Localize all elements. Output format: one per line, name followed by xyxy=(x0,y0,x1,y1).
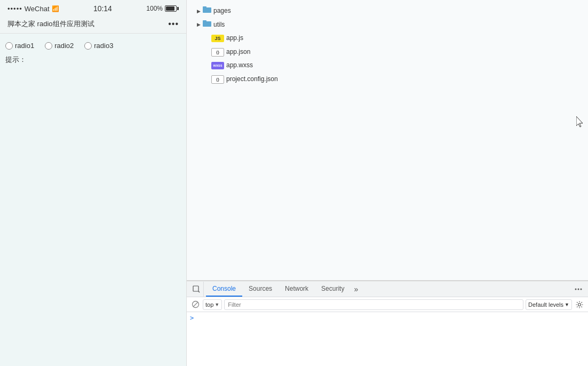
phone-nav-bar: 脚本之家 radio组件应用测试 ••• xyxy=(0,15,186,34)
context-arrow-icon: ▼ xyxy=(214,302,219,307)
radio-label-2: radio2 xyxy=(54,42,74,50)
radio-circle-3[interactable] xyxy=(84,42,92,50)
status-left: ••••• WeChat 📶 xyxy=(7,5,59,13)
console-arrow-icon: > xyxy=(190,314,194,322)
svg-rect-0 xyxy=(203,7,211,13)
context-value: top xyxy=(205,301,213,308)
tab-sources[interactable]: Sources xyxy=(242,281,279,297)
svg-point-11 xyxy=(578,303,581,306)
phone-simulator: ••••• WeChat 📶 10:14 100% 脚本之家 radio组件应用… xyxy=(0,0,187,366)
tree-item-app-wxss[interactable]: ▶ wxss app.wxss xyxy=(187,59,588,73)
tree-item-app-json[interactable]: ▶ {} app.json xyxy=(187,45,588,59)
context-selector[interactable]: top ▼ xyxy=(203,299,222,310)
svg-rect-2 xyxy=(203,21,211,27)
status-time: 10:14 xyxy=(93,4,112,13)
pages-label: pages xyxy=(213,5,231,17)
tree-item-project-config[interactable]: ▶ {} project.config.json xyxy=(187,73,588,86)
radio-circle-2[interactable] xyxy=(45,42,52,50)
wxss-badge: wxss xyxy=(211,62,224,69)
devtools-tabs-bar: Console Sources Network Security » xyxy=(187,281,588,297)
clear-console-button[interactable] xyxy=(190,299,201,310)
radio-label-3: radio3 xyxy=(94,42,113,50)
status-right: 100% xyxy=(146,5,179,12)
tree-item-utils[interactable]: ▶ utils xyxy=(187,18,588,32)
battery-icon xyxy=(165,5,179,12)
pages-folder-icon xyxy=(203,5,211,17)
level-label: Default levels xyxy=(528,301,563,308)
app-json-label: app.json xyxy=(226,46,250,58)
radio-circle-1[interactable] xyxy=(5,42,13,50)
json-badge-1: {} xyxy=(211,48,224,57)
tab-security[interactable]: Security xyxy=(315,281,351,297)
svg-point-8 xyxy=(581,288,582,290)
filter-input[interactable] xyxy=(224,299,523,310)
phone-status-bar: ••••• WeChat 📶 10:14 100% xyxy=(0,0,186,15)
tab-console[interactable]: Console xyxy=(206,281,242,297)
devtools-bottom: Console Sources Network Security » xyxy=(187,281,588,366)
svg-line-5 xyxy=(198,291,200,292)
tab-network[interactable]: Network xyxy=(279,281,315,297)
radio-item-2[interactable]: radio2 xyxy=(45,42,74,50)
radio-item-3[interactable]: radio3 xyxy=(84,42,113,50)
console-area[interactable]: > xyxy=(187,312,588,366)
tree-item-app-js[interactable]: ▶ JS app.js xyxy=(187,31,588,45)
project-config-label: project.config.json xyxy=(226,74,278,85)
hint-text: 提示： xyxy=(5,55,181,65)
console-toolbar: top ▼ Default levels ▼ xyxy=(187,297,588,312)
svg-rect-4 xyxy=(193,286,198,291)
devtools-menu-icon[interactable] xyxy=(571,282,586,297)
js-badge: JS xyxy=(211,35,224,42)
tree-item-pages[interactable]: ▶ pages xyxy=(187,4,588,18)
app-js-label: app.js xyxy=(226,33,243,44)
level-arrow-icon: ▼ xyxy=(565,302,569,307)
devtools-panel: ▶ pages ▶ utils ▶ JS app xyxy=(187,0,588,366)
utils-label: utils xyxy=(213,19,225,31)
inspect-icon[interactable] xyxy=(189,282,204,297)
level-selector[interactable]: Default levels ▼ xyxy=(526,299,572,310)
settings-icon[interactable] xyxy=(574,299,585,310)
app-wxss-label: app.wxss xyxy=(226,60,253,71)
svg-point-7 xyxy=(578,288,579,290)
svg-rect-1 xyxy=(203,6,206,8)
wifi-icon: 📶 xyxy=(52,5,59,12)
radio-group: radio1 radio2 radio3 xyxy=(5,42,181,50)
console-prompt-row: > xyxy=(190,314,585,322)
radio-item-1[interactable]: radio1 xyxy=(5,42,34,50)
svg-line-10 xyxy=(193,302,198,307)
battery-percent: 100% xyxy=(146,5,163,12)
nav-title: 脚本之家 radio组件应用测试 xyxy=(7,19,94,29)
nav-more-icon[interactable]: ••• xyxy=(168,19,179,29)
radio-label-1: radio1 xyxy=(15,42,34,50)
utils-folder-icon xyxy=(203,19,211,31)
phone-content: radio1 radio2 radio3 提示： xyxy=(0,34,186,366)
svg-point-6 xyxy=(575,288,577,290)
more-tabs-icon[interactable]: » xyxy=(351,281,361,297)
svg-rect-3 xyxy=(203,20,206,22)
file-tree: ▶ pages ▶ utils ▶ JS app xyxy=(187,0,588,281)
pages-arrow-icon: ▶ xyxy=(195,8,202,14)
wechat-label: WeChat xyxy=(25,5,50,13)
json-badge-2: {} xyxy=(211,75,224,84)
signal-dots: ••••• xyxy=(7,5,22,13)
utils-arrow-icon: ▶ xyxy=(195,21,202,28)
